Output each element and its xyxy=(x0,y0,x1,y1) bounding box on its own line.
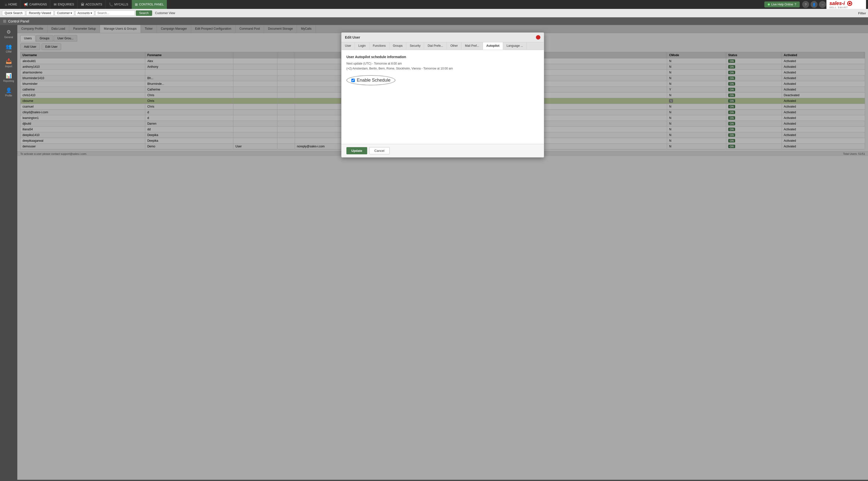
user-icon-btn[interactable]: 👤 xyxy=(811,1,817,8)
recently-viewed-button[interactable]: Recently Viewed xyxy=(26,10,54,16)
control-panel-header: ⊞ Control Panel xyxy=(0,17,868,25)
quick-search-button[interactable]: Quick Search xyxy=(2,10,25,16)
nav-accounts[interactable]: 🏛 ACCOUNTS xyxy=(78,0,105,9)
control-panel-title: Control Panel xyxy=(8,19,29,23)
modal-tabs: User Login Functions Groups Security Dia… xyxy=(341,42,544,50)
search-bar: Quick Search Recently Viewed Customer ▾ … xyxy=(0,9,868,17)
nav-campaigns[interactable]: 📢 CAMPAIGNS xyxy=(21,0,50,9)
customer-dropdown-label: Customer xyxy=(57,11,70,15)
modal-overlay: Edit User User Login Functions Groups Se… xyxy=(17,25,868,480)
profile-icon: 👤 xyxy=(6,87,12,93)
live-help-button[interactable]: Live Help Online ? xyxy=(764,1,800,7)
nav-enquiries[interactable]: ✉ ENQUIRIES xyxy=(51,0,78,9)
sidebar: ⚙ General 👥 CRM 📥 Import 📊 Reporting 👤 P… xyxy=(0,25,17,480)
enquiries-icon: ✉ xyxy=(54,2,57,6)
accounts-dropdown-label: Accounts xyxy=(78,11,90,15)
sidebar-general-label: General xyxy=(4,36,13,39)
search-button[interactable]: Search xyxy=(136,10,152,16)
nav-campaigns-label: CAMPAIGNS xyxy=(29,3,47,6)
modal-tab-other[interactable]: Other xyxy=(447,42,462,50)
live-help-label: Live Help Online xyxy=(771,3,793,6)
enable-schedule-label: Enable Schedule xyxy=(357,78,391,83)
help-icon-btn[interactable]: ? xyxy=(802,1,809,8)
nav-mycalls-label: MYCALLS xyxy=(114,3,128,6)
modal-header: Edit User xyxy=(341,33,544,42)
cancel-button[interactable]: Cancel xyxy=(369,147,390,154)
home-icon: ⌂ xyxy=(5,2,7,6)
modal-footer: Update Cancel xyxy=(341,144,544,157)
question-icon: ? xyxy=(795,3,796,6)
sidebar-reporting-label: Reporting xyxy=(3,79,14,82)
modal-tab-login[interactable]: Login xyxy=(355,42,369,50)
nav-right-icons: ? 👤 → xyxy=(800,1,826,8)
chevron-down-icon: ▾ xyxy=(70,11,72,15)
sidebar-item-reporting[interactable]: 📊 Reporting xyxy=(0,71,17,84)
autopilot-section-title: User Autopilot schedule information xyxy=(346,55,539,59)
modal-title: Edit User xyxy=(345,35,360,39)
nav-control-panel-label: CONTROL PANEL xyxy=(139,3,164,6)
search-input[interactable] xyxy=(95,10,135,16)
nav-home-label: HOME xyxy=(8,3,17,6)
autopilot-timezone-info: (+2) Amsterdam, Berlin, Bern, Rome, Stoc… xyxy=(346,67,539,70)
mycalls-icon: 📞 xyxy=(109,2,113,6)
customer-view-button[interactable]: Customer View xyxy=(153,11,177,15)
grid-icon: ⊞ xyxy=(3,19,6,24)
main-layout: ⚙ General 👥 CRM 📥 Import 📊 Reporting 👤 P… xyxy=(0,25,868,480)
enable-schedule-container: Enable Schedule xyxy=(346,75,395,85)
live-status-indicator xyxy=(768,3,770,5)
sidebar-item-general[interactable]: ⚙ General xyxy=(0,27,17,40)
sidebar-profile-label: Profile xyxy=(5,94,12,97)
logo-tagline: SELL SMART xyxy=(829,6,852,9)
sidebar-crm-label: CRM xyxy=(6,51,12,53)
logo-area: sales-i SELL SMART xyxy=(827,0,866,9)
modal-tab-language[interactable]: Language ... xyxy=(503,42,527,50)
modal-tab-dial-prefs[interactable]: Dial Prefe... xyxy=(424,42,447,50)
gear-icon: ⚙ xyxy=(6,29,11,35)
modal-close-button[interactable] xyxy=(536,35,540,39)
modal-body: User Autopilot schedule information Next… xyxy=(341,50,544,144)
nav-accounts-label: ACCOUNTS xyxy=(86,3,102,6)
customer-dropdown[interactable]: Customer ▾ xyxy=(55,10,74,16)
nav-mycalls[interactable]: 📞 MYCALLS xyxy=(106,0,131,9)
campaigns-icon: 📢 xyxy=(24,2,28,6)
modal-tab-autopilot[interactable]: Autopilot xyxy=(483,42,503,50)
sidebar-import-label: Import xyxy=(5,65,12,68)
sidebar-item-import[interactable]: 📥 Import xyxy=(0,56,17,70)
autopilot-next-update: Next update (UTC) - Tomorrow at 8:00 am xyxy=(346,62,539,65)
nav-control-panel[interactable]: ⊞ CONTROL PANEL xyxy=(132,0,167,9)
modal-tab-security[interactable]: Security xyxy=(406,42,424,50)
sidebar-item-profile[interactable]: 👤 Profile xyxy=(0,85,17,99)
nav-home[interactable]: ⌂ HOME xyxy=(2,0,20,9)
modal-tab-groups[interactable]: Groups xyxy=(390,42,406,50)
top-navigation: ⌂ HOME 📢 CAMPAIGNS ✉ ENQUIRIES 🏛 ACCOUNT… xyxy=(0,0,868,9)
modal-tab-functions[interactable]: Functions xyxy=(369,42,390,50)
update-button[interactable]: Update xyxy=(346,147,367,154)
content-area: Company Profile Data Load Parameter Setu… xyxy=(17,25,868,480)
enable-schedule-checkbox[interactable] xyxy=(351,78,355,82)
crm-icon: 👥 xyxy=(6,43,12,50)
import-icon: 📥 xyxy=(6,58,12,64)
accounts-dropdown[interactable]: Accounts ▾ xyxy=(75,10,94,16)
filter-label: Filter xyxy=(858,11,866,15)
reporting-icon: 📊 xyxy=(6,73,12,78)
modal-tab-user[interactable]: User xyxy=(341,42,355,50)
logout-icon-btn[interactable]: → xyxy=(819,1,826,8)
modal-tab-mail-prefs[interactable]: Mail Pref... xyxy=(462,42,483,50)
control-panel-icon: ⊞ xyxy=(135,2,138,6)
chevron-down-icon-2: ▾ xyxy=(91,11,92,15)
logo-brand: sales-i xyxy=(829,0,852,6)
nav-enquiries-label: ENQUIRIES xyxy=(58,3,74,6)
sidebar-item-crm[interactable]: 👥 CRM xyxy=(0,41,17,55)
edit-user-modal: Edit User User Login Functions Groups Se… xyxy=(341,32,544,158)
accounts-icon: 🏛 xyxy=(81,2,84,6)
